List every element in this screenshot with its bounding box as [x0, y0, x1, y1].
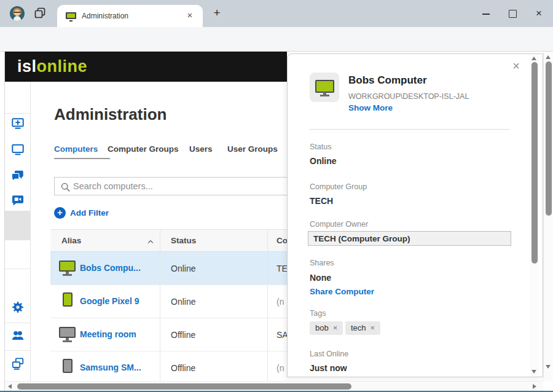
column-divider	[160, 252, 160, 284]
tag-chip[interactable]: bob×	[310, 321, 343, 335]
scroll-up-icon[interactable]	[531, 57, 536, 60]
tab-title: Administration	[82, 12, 128, 20]
computer-icon-tile	[310, 73, 339, 102]
scroll-right-icon[interactable]	[533, 384, 536, 389]
islonline-logo[interactable]: islonline	[17, 57, 87, 76]
computer-owner-input[interactable]	[308, 231, 511, 246]
group-cell: TE	[276, 264, 288, 273]
column-divider	[267, 351, 268, 381]
shares-value: None	[310, 273, 331, 283]
column-divider	[267, 230, 268, 251]
share-computer-link[interactable]: Share Computer	[310, 287, 374, 296]
tab-computers[interactable]: Computers	[54, 144, 98, 154]
page-scroll-thumb[interactable]	[546, 61, 552, 216]
status-cell: Offline	[171, 363, 195, 373]
browser-window: Administration × + × https://account.isl…	[0, 0, 553, 392]
computer-link[interactable]: Bobs Compu...	[80, 263, 141, 273]
computer-link[interactable]: Meeting room	[80, 329, 136, 339]
computer-link[interactable]: Google Pixel 9	[80, 296, 139, 306]
column-divider	[160, 351, 160, 381]
sidebar-divider	[5, 323, 31, 323]
computer-link[interactable]: Samsung SM...	[80, 363, 141, 372]
new-tab-icon[interactable]: +	[210, 6, 224, 20]
sidebar-divider	[5, 350, 31, 351]
avatar-shirt	[14, 16, 21, 21]
video-chat-icon[interactable]	[11, 194, 25, 207]
page-title: Administration	[54, 105, 167, 124]
panel-close-icon[interactable]: ×	[509, 60, 523, 73]
group-cell: SA	[276, 330, 288, 340]
panel-subtitle: WORKGROUP\DESKTOP-ISL-JAL	[348, 92, 469, 101]
search-icon	[60, 182, 71, 192]
tag-chip[interactable]: tech×	[345, 321, 380, 335]
show-more-link[interactable]: Show More	[348, 103, 393, 112]
shares-label: Shares	[310, 259, 334, 267]
chat-icon[interactable]	[11, 169, 25, 182]
tab-bar: Administration × + ×	[0, 0, 553, 27]
scroll-up-icon[interactable]	[546, 55, 551, 59]
scroll-down-icon[interactable]	[546, 365, 551, 369]
users-icon[interactable]	[11, 329, 25, 342]
status-cell: Offline	[171, 330, 195, 340]
remove-tag-icon[interactable]: ×	[333, 323, 338, 332]
window-close-icon[interactable]: ×	[533, 7, 545, 20]
tags-label: Tags	[310, 309, 326, 318]
active-tab-underline	[54, 158, 110, 159]
add-filter-plus-icon[interactable]: +	[54, 207, 66, 219]
column-divider	[160, 230, 160, 251]
logo-online: online	[37, 57, 88, 76]
workspaces-icon[interactable]	[33, 7, 47, 20]
computer-detail-panel: × Bobs Computer WORKGROUP\DESKTOP-ISL-JA…	[287, 53, 543, 377]
computers-icon[interactable]	[11, 143, 25, 156]
status-value: Online	[310, 156, 337, 166]
horizontal-scroll-thumb[interactable]	[17, 383, 351, 390]
tab-user-groups[interactable]: User Groups	[227, 144, 278, 154]
panel-title: Bobs Computer	[348, 74, 427, 87]
panel-scroll-thumb[interactable]	[531, 62, 538, 264]
col-computer-group[interactable]: Co	[276, 236, 288, 245]
phone-offline-icon	[63, 359, 73, 373]
desktop-online-icon	[315, 80, 334, 93]
sessions-icon[interactable]	[11, 357, 25, 370]
settings-gear-icon[interactable]	[11, 300, 25, 314]
col-alias[interactable]: Alias	[61, 236, 81, 245]
horizontal-scrollbar[interactable]	[5, 381, 543, 391]
sidebar-divider	[5, 113, 31, 114]
status-cell: Online	[171, 264, 195, 273]
column-divider	[267, 318, 268, 351]
computer-group-value: TECH	[310, 196, 333, 206]
scroll-down-icon[interactable]	[531, 370, 536, 374]
browser-toolbar: https://account.islonline.net/users/admi…	[0, 27, 553, 52]
status-label: Status	[310, 143, 331, 151]
tab-close-icon[interactable]: ×	[184, 10, 195, 21]
panel-scrollbar[interactable]	[530, 54, 539, 376]
col-status[interactable]: Status	[171, 236, 196, 245]
column-divider	[267, 252, 268, 284]
minimize-icon[interactable]	[480, 7, 492, 20]
maximize-icon[interactable]	[506, 7, 519, 20]
sidebar-divider	[5, 269, 31, 269]
browser-tab[interactable]: Administration ×	[57, 5, 203, 27]
add-computer-icon[interactable]	[11, 117, 25, 130]
phone-online-icon	[63, 292, 73, 307]
page-scrollbar[interactable]	[543, 52, 553, 381]
panel-divider	[310, 129, 510, 130]
profile-avatar[interactable]	[10, 6, 25, 21]
column-divider	[160, 318, 160, 351]
tag-text: tech	[351, 323, 366, 332]
desktop-offline-icon	[59, 327, 76, 338]
group-cell: (n	[276, 297, 284, 307]
add-filter-button[interactable]: Add Filter	[70, 208, 109, 218]
status-cell: Online	[171, 297, 195, 307]
scroll-left-icon[interactable]	[8, 384, 12, 389]
computer-owner-label: Computer Owner	[310, 220, 368, 229]
tab-users[interactable]: Users	[189, 144, 213, 154]
active-item-highlight	[5, 211, 31, 240]
last-online-label: Last Online	[310, 350, 348, 358]
computer-group-label: Computer Group	[310, 182, 367, 191]
app-sidebar	[5, 82, 31, 381]
tab-computer-groups[interactable]: Computer Groups	[108, 144, 179, 154]
remove-tag-icon[interactable]: ×	[371, 323, 375, 332]
tag-text: bob	[315, 323, 329, 332]
sort-asc-icon[interactable]	[146, 237, 155, 246]
